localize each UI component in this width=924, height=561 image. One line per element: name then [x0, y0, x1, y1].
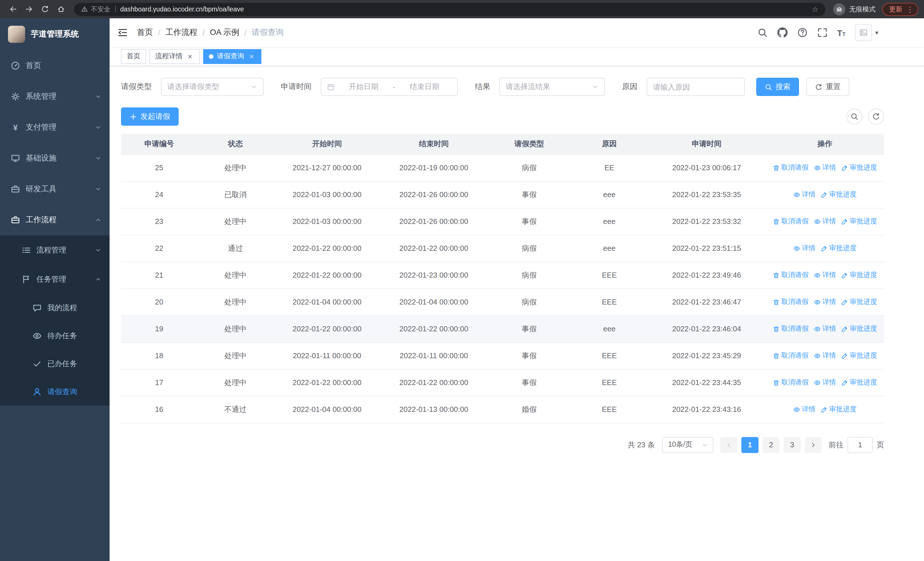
reset-button[interactable]: 重置: [806, 78, 849, 96]
next-page-button[interactable]: [805, 437, 822, 453]
browser-reload-button[interactable]: [38, 2, 52, 17]
cancel-leave-link[interactable]: 取消请假: [773, 378, 809, 387]
end-date-placeholder[interactable]: 结束日期: [398, 82, 452, 92]
detail-link[interactable]: 详情: [814, 297, 836, 307]
chevron-down-icon: [592, 83, 599, 90]
sidebar-item-dev-tools[interactable]: 研发工具: [0, 174, 110, 205]
fullscreen-icon[interactable]: [817, 27, 828, 38]
col-reason: 原因: [571, 134, 648, 154]
breadcrumb-oa-example[interactable]: OA 示例: [210, 27, 239, 38]
detail-link[interactable]: 详情: [814, 351, 836, 361]
detail-link[interactable]: 详情: [814, 270, 836, 280]
pen-icon: [841, 218, 848, 225]
cancel-leave-link[interactable]: 取消请假: [773, 270, 809, 280]
tab-leave-query[interactable]: 请假查询: [203, 49, 261, 64]
eye-icon: [814, 272, 821, 278]
cancel-leave-link[interactable]: 取消请假: [773, 324, 809, 334]
approval-progress-link[interactable]: 审批进度: [821, 244, 856, 253]
search-button[interactable]: 搜索: [756, 78, 799, 96]
browser-back-button[interactable]: [6, 2, 21, 17]
sidebar-item-my-processes[interactable]: 我的流程: [0, 294, 110, 322]
github-icon[interactable]: [777, 27, 788, 38]
user-menu[interactable]: ▾: [855, 24, 878, 41]
detail-link[interactable]: 详情: [814, 324, 836, 334]
chevron-down-icon: [95, 247, 102, 253]
sidebar-toggle-icon[interactable]: [118, 27, 128, 38]
apply-time-range-picker[interactable]: 开始日期 - 结束日期: [321, 78, 458, 96]
toggle-search-button[interactable]: [846, 108, 862, 125]
close-tab-icon[interactable]: [248, 52, 256, 60]
detail-link[interactable]: 详情: [814, 217, 836, 226]
prev-page-button[interactable]: [720, 437, 737, 453]
sidebar-item-leave-query[interactable]: 请假查询: [0, 378, 110, 406]
table-row: 16 不通过 2022-01-04 00:00:00 2022-01-13 00…: [121, 396, 884, 423]
sidebar-item-todo-tasks[interactable]: 待办任务: [0, 322, 110, 350]
sidebar-item-infrastructure[interactable]: 基础设施: [0, 143, 110, 174]
approval-progress-link[interactable]: 审批进度: [841, 351, 877, 361]
sidebar-item-system-management[interactable]: 系统管理: [0, 81, 110, 112]
approval-progress-link[interactable]: 审批进度: [841, 217, 877, 226]
bookmark-star-icon[interactable]: ☆: [812, 5, 818, 14]
page-button-3[interactable]: 3: [784, 437, 801, 453]
kebab-menu-icon[interactable]: ⋮: [906, 5, 914, 14]
leave-type-select[interactable]: 请选择请假类型: [161, 78, 264, 96]
tab-home[interactable]: 首页: [121, 49, 146, 64]
sidebar-item-done-tasks[interactable]: 已办任务: [0, 350, 110, 378]
approval-progress-link[interactable]: 审批进度: [841, 378, 877, 387]
help-icon[interactable]: [797, 27, 808, 38]
cancel-leave-link[interactable]: 取消请假: [773, 297, 809, 307]
page-button-1[interactable]: 1: [741, 437, 759, 453]
flag-icon: [22, 275, 31, 284]
approval-progress-link[interactable]: 审批进度: [841, 270, 877, 280]
header-search-icon[interactable]: [758, 27, 768, 38]
trash-icon: [773, 164, 780, 171]
sidebar-item-workflow[interactable]: 工作流程: [0, 205, 110, 235]
sidebar-item-payment-management[interactable]: ¥ 支付管理: [0, 112, 110, 143]
approval-progress-link[interactable]: 审批进度: [841, 297, 877, 307]
detail-link[interactable]: 详情: [793, 190, 816, 199]
detail-link[interactable]: 详情: [814, 378, 836, 387]
page-button-2[interactable]: 2: [762, 437, 780, 453]
font-size-icon[interactable]: TT: [837, 28, 846, 37]
browser-forward-button[interactable]: [22, 2, 36, 17]
create-leave-button[interactable]: 发起请假: [121, 107, 178, 126]
eye-icon: [814, 379, 821, 386]
result-select[interactable]: 请选择流结果: [500, 78, 605, 96]
browser-home-button[interactable]: [54, 2, 69, 17]
approval-progress-link[interactable]: 审批进度: [821, 405, 856, 414]
reason-input[interactable]: [647, 78, 744, 95]
sidebar-item-task-management[interactable]: 任务管理: [0, 265, 110, 294]
approval-progress-link[interactable]: 审批进度: [841, 324, 877, 334]
chevron-down-icon: [95, 93, 102, 100]
breadcrumb-home[interactable]: 首页: [137, 27, 153, 38]
goto-page-input[interactable]: [848, 437, 873, 453]
eye-icon: [814, 325, 821, 332]
url-divider: [115, 6, 116, 12]
close-tab-icon[interactable]: [186, 52, 194, 60]
detail-link[interactable]: 详情: [793, 244, 816, 253]
security-chip[interactable]: 不安全: [81, 5, 110, 14]
url-text: dashboard.yudao.iocoder.cn/bpm/oa/leave: [120, 6, 244, 12]
refresh-table-button[interactable]: [868, 108, 884, 125]
col-end-time: 结束时间: [380, 134, 487, 154]
avatar[interactable]: [855, 24, 872, 41]
start-date-placeholder[interactable]: 开始日期: [337, 82, 391, 92]
address-bar[interactable]: 不安全 dashboard.yudao.iocoder.cn/bpm/oa/le…: [74, 3, 825, 16]
sidebar-item-process-management[interactable]: 流程管理: [0, 235, 110, 265]
detail-link[interactable]: 详情: [793, 405, 816, 414]
approval-progress-link[interactable]: 审批进度: [821, 190, 856, 199]
sidebar-item-home[interactable]: 首页: [0, 50, 110, 81]
cancel-leave-link[interactable]: 取消请假: [773, 217, 809, 226]
breadcrumb-workflow[interactable]: 工作流程: [165, 27, 198, 38]
eye-icon: [814, 164, 821, 171]
cancel-leave-link[interactable]: 取消请假: [773, 163, 809, 173]
browser-update-button[interactable]: 更新 ⋮: [882, 3, 918, 16]
eye-icon: [814, 298, 821, 305]
cancel-leave-link[interactable]: 取消请假: [773, 351, 809, 361]
pen-icon: [821, 191, 828, 198]
update-label: 更新: [889, 5, 902, 14]
detail-link[interactable]: 详情: [814, 163, 836, 173]
page-size-select[interactable]: 10条/页: [662, 437, 713, 453]
approval-progress-link[interactable]: 审批进度: [841, 163, 877, 173]
tab-process-detail[interactable]: 流程详情: [150, 49, 200, 64]
